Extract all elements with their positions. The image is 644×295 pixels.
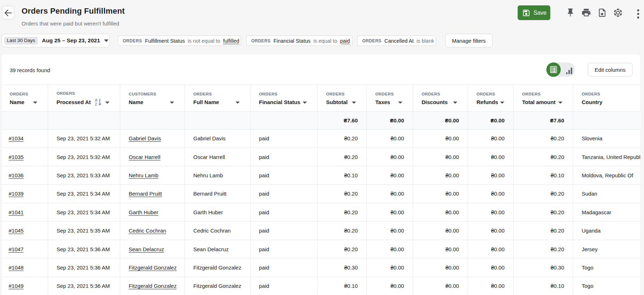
svg-text:A: A — [95, 98, 98, 102]
svg-text:Z: Z — [95, 102, 97, 106]
